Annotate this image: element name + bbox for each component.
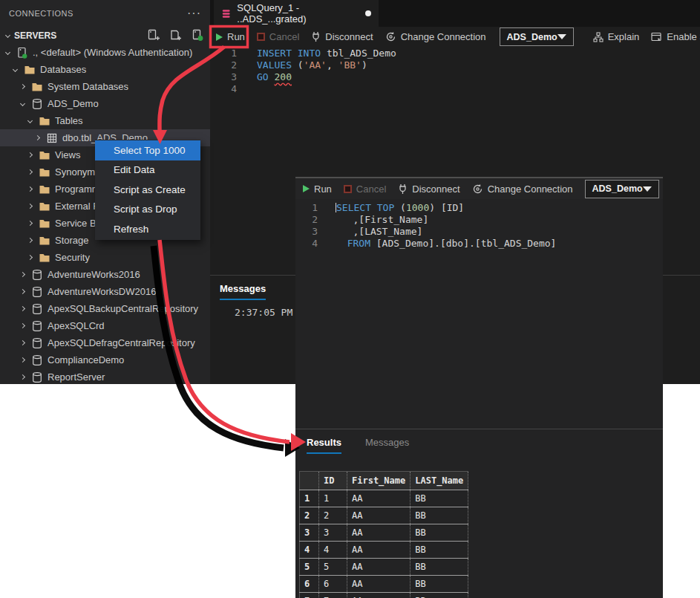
grid-corner-cell[interactable] bbox=[300, 472, 319, 490]
tree-item-compliancedemo[interactable]: ComplianceDemo bbox=[0, 351, 210, 368]
grid-cell[interactable]: BB bbox=[410, 542, 468, 559]
grid-cell[interactable]: 1 bbox=[319, 490, 347, 507]
explain-button[interactable]: Explain bbox=[593, 31, 640, 42]
row-number-cell[interactable]: 6 bbox=[300, 576, 319, 593]
sql-editor-2[interactable]: 1SELECT TOP (1000) [ID] 2 ,[First_Name] … bbox=[295, 202, 663, 273]
servers-title: SERVERS bbox=[14, 30, 56, 41]
sql-editor-1[interactable]: 1INSERT INTO tbl_ADS_Demo 2VALUES ('AA',… bbox=[210, 48, 700, 178]
tree-item-adventureworksdw2016[interactable]: AdventureWorksDW2016 bbox=[0, 283, 210, 300]
server-icon bbox=[16, 47, 28, 59]
row-number-cell[interactable]: 7 bbox=[300, 593, 319, 598]
grid-column-header[interactable]: First_Name bbox=[347, 472, 410, 490]
row-number-cell[interactable]: 1 bbox=[300, 490, 319, 507]
menu-item-select-top-1000[interactable]: Select Top 1000 bbox=[95, 140, 200, 160]
database-icon bbox=[31, 371, 43, 383]
grid-cell[interactable]: 3 bbox=[319, 524, 347, 542]
menu-item-script-as-create[interactable]: Script as Create bbox=[95, 180, 200, 200]
editor-line: 3GO 200 bbox=[210, 71, 700, 83]
tab-results[interactable]: Results bbox=[307, 437, 341, 454]
menu-item-refresh[interactable]: Refresh bbox=[95, 219, 200, 239]
change-connection-icon bbox=[472, 183, 483, 195]
cancel-button[interactable]: Cancel bbox=[257, 31, 299, 42]
results-panel: Results Messages ID First_Name LAST_Name bbox=[295, 429, 663, 598]
tree-item-ads-demo-db[interactable]: ADS_Demo bbox=[0, 95, 210, 112]
tab-sqlquery1[interactable]: SQLQuery_1 - ..ADS_...grated) bbox=[214, 0, 379, 27]
disconnect-icon bbox=[398, 183, 408, 195]
row-number-cell[interactable]: 4 bbox=[300, 542, 319, 559]
change-connection-button[interactable]: Change Connection bbox=[385, 31, 486, 42]
connections-title: CONNECTIONS bbox=[9, 9, 73, 18]
grid-cell[interactable]: BB bbox=[410, 559, 468, 576]
database-icon bbox=[31, 98, 43, 110]
folder-icon bbox=[39, 201, 50, 212]
editor-line: 3 ,[LAST_Name] bbox=[295, 226, 663, 238]
grid-cell[interactable]: BB bbox=[410, 576, 468, 593]
run-icon bbox=[216, 33, 223, 41]
tree-item-label: ApexSQLDefragCentralRepository bbox=[48, 337, 195, 348]
tree-item-databases[interactable]: Databases bbox=[0, 61, 210, 78]
grid-cell[interactable]: 6 bbox=[319, 576, 347, 593]
folder-icon bbox=[39, 166, 50, 178]
grid-cell[interactable]: AA bbox=[347, 542, 410, 559]
editor-line: 1SELECT TOP (1000) [ID] bbox=[295, 202, 663, 214]
folder-icon bbox=[39, 115, 50, 127]
chevron-down-icon bbox=[5, 33, 10, 38]
chevron-right-icon bbox=[27, 238, 33, 243]
tree-item-system-databases[interactable]: System Databases bbox=[0, 78, 210, 95]
table-icon bbox=[46, 132, 58, 144]
grid-cell[interactable]: 4 bbox=[319, 542, 347, 559]
row-number-cell[interactable]: 3 bbox=[300, 524, 319, 542]
editor-line: 2VALUES ('AA', 'BB') bbox=[210, 59, 700, 71]
disconnect-icon bbox=[311, 31, 321, 42]
grid-cell[interactable]: AA bbox=[347, 490, 410, 507]
disconnect-button[interactable]: Disconnect bbox=[398, 183, 459, 195]
row-number-cell[interactable]: 5 bbox=[300, 559, 319, 576]
tree-item-server-default[interactable]: ., <default> (Windows Authentication) bbox=[0, 44, 210, 61]
menu-item-edit-data[interactable]: Edit Data bbox=[95, 160, 200, 181]
more-actions-icon[interactable]: ··· bbox=[187, 7, 201, 20]
new-server-group-icon[interactable] bbox=[169, 29, 182, 42]
grid-cell[interactable]: 2 bbox=[319, 507, 347, 524]
grid-cell[interactable]: BB bbox=[410, 593, 468, 598]
database-dropdown[interactable]: ADS_Demo bbox=[500, 27, 574, 46]
tree-item-adventureworks2016[interactable]: AdventureWorks2016 bbox=[0, 266, 210, 283]
tree-item-apexsqlbackupcentralrepository[interactable]: ApexSQLBackupCentralRepository bbox=[0, 300, 210, 317]
tree-item-security[interactable]: Security bbox=[0, 249, 210, 266]
grid-cell[interactable]: AA bbox=[347, 524, 410, 542]
change-connection-button[interactable]: Change Connection bbox=[472, 183, 573, 195]
run-button[interactable]: Run bbox=[216, 31, 245, 42]
tree-item-apexsqldefragcentralrepository[interactable]: ApexSQLDefragCentralRepository bbox=[0, 334, 210, 351]
ads-window-front: Run Cancel Disconnect Change Connection … bbox=[295, 177, 663, 598]
grid-cell[interactable]: BB bbox=[410, 490, 468, 507]
tree-item-tables[interactable]: Tables bbox=[0, 112, 210, 129]
grid-cell[interactable]: BB bbox=[410, 524, 468, 542]
tab-messages-active[interactable]: Messages bbox=[220, 283, 266, 300]
servers-section-header[interactable]: SERVERS bbox=[0, 27, 210, 44]
grid-cell[interactable]: AA bbox=[347, 593, 410, 598]
cancel-button[interactable]: Cancel bbox=[344, 183, 386, 195]
explain-icon bbox=[593, 32, 603, 42]
grid-cell[interactable]: 5 bbox=[319, 559, 347, 576]
chevron-right-icon bbox=[27, 169, 33, 175]
grid-cell[interactable]: AA bbox=[347, 559, 410, 576]
disconnect-button[interactable]: Disconnect bbox=[311, 31, 373, 42]
grid-cell[interactable]: BB bbox=[410, 507, 468, 524]
results-grid: ID First_Name LAST_Name 11AABB 22AABB 33… bbox=[299, 471, 468, 598]
grid-cell[interactable]: AA bbox=[347, 576, 410, 593]
menu-item-script-as-drop[interactable]: Script as Drop bbox=[95, 200, 200, 220]
database-icon bbox=[31, 320, 43, 332]
run-button[interactable]: Run bbox=[303, 183, 332, 195]
database-dropdown[interactable]: ADS_Demo bbox=[585, 180, 659, 198]
grid-cell[interactable]: AA bbox=[347, 507, 410, 524]
tree-item-apexsqlcrd[interactable]: ApexSQLCrd bbox=[0, 317, 210, 334]
new-connection-icon[interactable] bbox=[147, 29, 160, 42]
tab-messages[interactable]: Messages bbox=[365, 437, 409, 454]
grid-column-header[interactable]: LAST_Name bbox=[410, 472, 468, 490]
enable-sqlcmd-button[interactable]: Enable SQLCMD bbox=[651, 31, 700, 42]
active-connections-icon[interactable] bbox=[192, 29, 204, 42]
grid-cell[interactable]: 7 bbox=[319, 593, 347, 598]
tree-item-reportserver[interactable]: ReportServer bbox=[0, 368, 210, 386]
folder-icon bbox=[39, 218, 50, 230]
row-number-cell[interactable]: 2 bbox=[300, 507, 319, 524]
grid-column-header[interactable]: ID bbox=[319, 472, 347, 490]
